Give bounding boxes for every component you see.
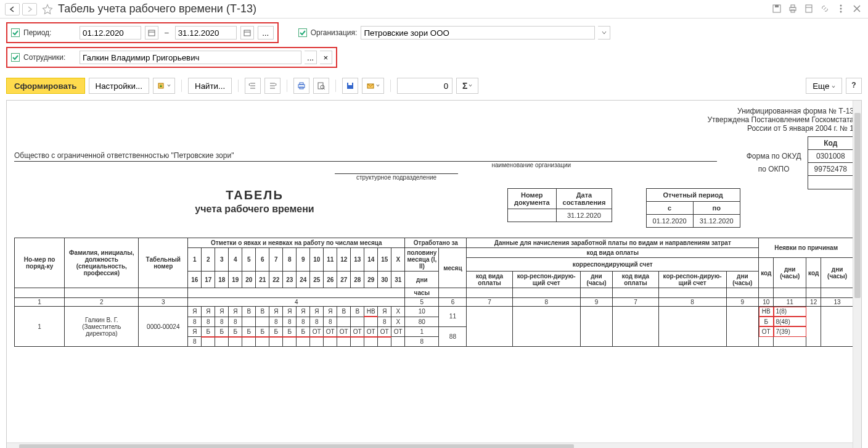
period-select-button[interactable]: ... xyxy=(258,26,274,39)
collapse-button[interactable] xyxy=(264,78,280,94)
date-from-input[interactable] xyxy=(80,26,141,39)
org-dropdown-icon[interactable] xyxy=(598,26,610,39)
codes-box: Код Форма по ОКУД0301008 по ОКПО99752478 xyxy=(740,136,854,189)
nav-forward-button[interactable] xyxy=(22,3,37,15)
emp-select-button[interactable]: ... xyxy=(305,51,317,64)
print-button[interactable] xyxy=(293,78,309,94)
preview-button[interactable] xyxy=(313,78,329,94)
org-full-name: Общество с ограниченной ответственностью… xyxy=(14,151,717,162)
separator xyxy=(390,80,391,92)
org-caption: наименование организации xyxy=(322,162,754,168)
calendar-from-icon[interactable] xyxy=(145,26,158,39)
form-date: России от 5 января 2004 г. № 1 xyxy=(14,124,854,133)
emp-checkbox[interactable] xyxy=(11,53,20,62)
svg-rect-1 xyxy=(775,5,779,7)
link-icon[interactable] xyxy=(820,4,831,15)
scrollbar-vertical[interactable] xyxy=(853,101,861,448)
svg-rect-3 xyxy=(791,5,795,7)
dept-caption: структурное подразделение xyxy=(335,174,458,181)
scrollbar-horizontal[interactable] xyxy=(7,442,853,448)
calendar-to-icon[interactable] xyxy=(240,26,254,39)
period-checkbox[interactable] xyxy=(11,28,20,37)
settings-button[interactable]: Настройки... xyxy=(89,78,149,94)
save-icon[interactable] xyxy=(772,4,783,15)
svg-rect-5 xyxy=(806,5,812,12)
load-settings-button[interactable] xyxy=(153,78,175,94)
emp-clear-button[interactable]: × xyxy=(320,51,332,64)
more-button[interactable]: Еще xyxy=(806,78,842,94)
separator xyxy=(287,80,287,92)
emp-highlight: Сотрудники: ... × xyxy=(6,47,337,68)
sum-button[interactable]: Σ xyxy=(456,78,478,94)
form-number: Унифицированная форма № Т-13 xyxy=(14,107,854,115)
emp-input[interactable] xyxy=(80,51,301,64)
svg-point-7 xyxy=(840,4,842,6)
form-approval: Утверждена Постановлением Госкомстата xyxy=(14,115,854,124)
dash: – xyxy=(165,28,169,37)
period-label: Период: xyxy=(23,28,76,37)
svg-point-8 xyxy=(840,7,842,9)
svg-rect-10 xyxy=(149,30,155,36)
menu-dots-icon[interactable] xyxy=(836,4,847,15)
generate-button[interactable]: Сформировать xyxy=(6,78,85,94)
page-title: Табель учета рабочего времени (Т-13) xyxy=(58,2,769,15)
org-checkbox[interactable] xyxy=(298,28,307,37)
report-subtitle: учета рабочего времени xyxy=(14,204,495,215)
svg-line-20 xyxy=(324,88,325,89)
nav-back-button[interactable] xyxy=(5,3,20,15)
period-table: Отчетный период спо 01.12.202031.12.2020 xyxy=(646,188,740,228)
send-button[interactable] xyxy=(362,78,384,94)
svg-point-9 xyxy=(840,10,842,12)
period-highlight: Период: – ... xyxy=(6,22,279,43)
find-button[interactable]: Найти... xyxy=(188,78,232,94)
page-number-input[interactable] xyxy=(397,78,452,94)
org-input[interactable] xyxy=(361,26,595,39)
report-area: Унифицированная форма № Т-13 Утверждена … xyxy=(6,100,862,448)
timesheet-table: Но-мер по поряд-ку Фамилия, инициалы, до… xyxy=(14,238,854,347)
close-icon[interactable] xyxy=(852,4,863,15)
help-button[interactable]: ? xyxy=(846,78,862,94)
date-to-input[interactable] xyxy=(175,26,237,39)
expand-button[interactable] xyxy=(245,78,261,94)
report-title: ТАБЕЛЬ xyxy=(14,188,495,202)
svg-rect-16 xyxy=(300,83,303,85)
svg-rect-22 xyxy=(348,83,352,85)
org-label: Организация: xyxy=(311,28,358,37)
separator xyxy=(335,80,336,92)
save-button[interactable] xyxy=(342,78,358,94)
separator xyxy=(181,80,182,92)
separator xyxy=(238,80,239,92)
svg-rect-12 xyxy=(244,30,250,36)
print-icon[interactable] xyxy=(788,4,799,15)
doc-table: Номер документаДата составления 31.12.20… xyxy=(507,188,612,222)
emp-label: Сотрудники: xyxy=(23,53,76,62)
calc-icon[interactable] xyxy=(804,4,815,15)
star-icon[interactable] xyxy=(39,4,55,15)
